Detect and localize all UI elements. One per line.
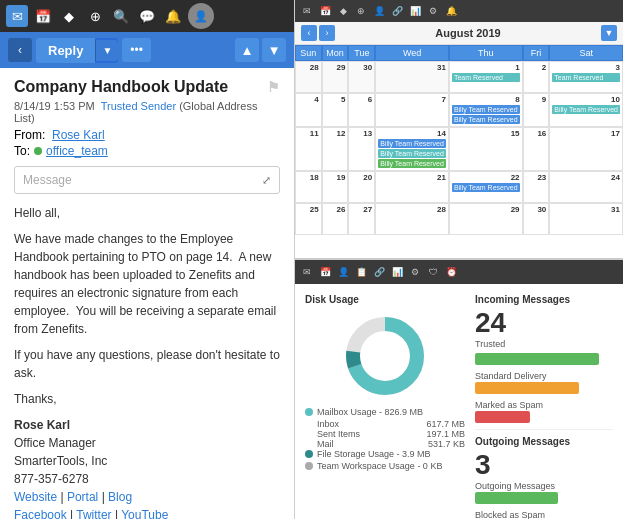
cal-day-9[interactable]: 9 — [523, 93, 550, 127]
trusted-sender-link[interactable]: Trusted Sender — [101, 100, 176, 112]
cal-day-17[interactable]: 17 — [549, 127, 623, 171]
cal-day-31[interactable]: 31 — [549, 203, 623, 235]
cal-day-13[interactable]: 13 — [348, 127, 375, 171]
calendar-header: ‹ › August 2019 ▼ — [295, 22, 623, 45]
contacts-icon[interactable]: ◆ — [58, 5, 80, 27]
cal-tool-5[interactable]: 👤 — [371, 3, 387, 19]
from-link[interactable]: Rose Karl — [52, 128, 105, 142]
message-compose-box[interactable]: Message ⤢ — [14, 166, 280, 194]
cal-day-30-prev[interactable]: 30 — [348, 61, 375, 93]
calendar-month: August 2019 — [435, 27, 500, 39]
cal-day-19[interactable]: 19 — [322, 171, 349, 203]
sig-phone: 877-357-6278 — [14, 470, 280, 488]
disk-usage-title: Disk Usage — [305, 294, 465, 305]
add-icon[interactable]: ⊕ — [84, 5, 106, 27]
cal-tool-6[interactable]: 🔗 — [389, 3, 405, 19]
to-link[interactable]: office_team — [46, 144, 108, 158]
stats-tool-5[interactable]: 🔗 — [371, 264, 387, 280]
from-line: From: Rose Karl — [14, 128, 280, 142]
standard-label: Standard Delivery — [475, 371, 613, 381]
cal-tool-2[interactable]: 📅 — [317, 3, 333, 19]
cal-day-7[interactable]: 7 — [375, 93, 449, 127]
cal-day-22[interactable]: 22Billy Team Reserved — [449, 171, 523, 203]
cal-day-10[interactable]: 10Billy Team Reserved — [549, 93, 623, 127]
cal-day-24[interactable]: 24 — [549, 171, 623, 203]
cal-day-26[interactable]: 26 — [322, 203, 349, 235]
cal-day-18[interactable]: 18 — [295, 171, 322, 203]
cal-day-5[interactable]: 5 — [322, 93, 349, 127]
cal-day-21[interactable]: 21 — [375, 171, 449, 203]
standard-bar-container — [475, 382, 613, 394]
portal-link[interactable]: Portal — [67, 490, 98, 504]
cal-day-4[interactable]: 4 — [295, 93, 322, 127]
reply-dropdown-button[interactable]: ▼ — [95, 40, 118, 61]
prev-email-button[interactable]: ▲ — [235, 38, 259, 62]
cal-day-25[interactable]: 25 — [295, 203, 322, 235]
cal-day-6[interactable]: 6 — [348, 93, 375, 127]
cal-day-12[interactable]: 12 — [322, 127, 349, 171]
stats-tool-3[interactable]: 👤 — [335, 264, 351, 280]
cal-day-23[interactable]: 23 — [523, 171, 550, 203]
cal-day-29-prev[interactable]: 29 — [322, 61, 349, 93]
cal-day-2[interactable]: 2 — [523, 61, 550, 93]
cal-day-11[interactable]: 11 — [295, 127, 322, 171]
website-link[interactable]: Website — [14, 490, 57, 504]
cal-day-29[interactable]: 29 — [449, 203, 523, 235]
cal-day-30[interactable]: 30 — [523, 203, 550, 235]
expand-icon[interactable]: ⤢ — [262, 174, 271, 187]
search-icon[interactable]: 🔍 — [110, 5, 132, 27]
back-button[interactable]: ‹ — [8, 38, 32, 62]
twitter-link[interactable]: Twitter — [76, 508, 111, 519]
blog-link[interactable]: Blog — [108, 490, 132, 504]
mail-icon[interactable]: ✉ — [6, 5, 28, 27]
cal-day-28[interactable]: 28 — [375, 203, 449, 235]
next-email-button[interactable]: ▼ — [262, 38, 286, 62]
cal-day-8[interactable]: 8Billy Team ReservedBilly Team Reserved — [449, 93, 523, 127]
facebook-link[interactable]: Facebook — [14, 508, 67, 519]
flag-icon[interactable]: ⚑ — [267, 79, 280, 95]
cal-prev-button[interactable]: ‹ — [301, 25, 317, 41]
cal-day-31-prev[interactable]: 31 — [375, 61, 449, 93]
bell-icon[interactable]: 🔔 — [162, 5, 184, 27]
avatar[interactable]: 👤 — [188, 3, 214, 29]
cal-tool-1[interactable]: ✉ — [299, 3, 315, 19]
mailbox-dot — [305, 408, 313, 416]
cal-day-28-prev[interactable]: 28 — [295, 61, 322, 93]
legend-mailbox: Mailbox Usage - 826.9 MB — [305, 407, 465, 417]
standard-bar — [475, 382, 579, 394]
cal-tool-4[interactable]: ⊕ — [353, 3, 369, 19]
day-thu: Thu — [449, 45, 523, 61]
cal-tool-9[interactable]: 🔔 — [443, 3, 459, 19]
more-button[interactable]: ••• — [122, 38, 151, 62]
chat-icon[interactable]: 💬 — [136, 5, 158, 27]
stats-tool-9[interactable]: ⏰ — [443, 264, 459, 280]
stats-tool-8[interactable]: 🛡 — [425, 264, 441, 280]
youtube-link[interactable]: YouTube — [121, 508, 168, 519]
cal-day-15[interactable]: 15 — [449, 127, 523, 171]
action-bar: ‹ Reply ▼ ••• ▲ ▼ — [0, 32, 294, 68]
cal-view-button[interactable]: ▼ — [601, 25, 617, 41]
cal-day-3[interactable]: 3Team Reserved — [549, 61, 623, 93]
cal-tool-3[interactable]: ◆ — [335, 3, 351, 19]
cal-tool-8[interactable]: ⚙ — [425, 3, 441, 19]
calendar-icon[interactable]: 📅 — [32, 5, 54, 27]
cal-day-20[interactable]: 20 — [348, 171, 375, 203]
calendar-toolbar: ✉ 📅 ◆ ⊕ 👤 🔗 📊 ⚙ 🔔 — [295, 0, 623, 22]
disk-legend: Mailbox Usage - 826.9 MB Inbox617.7 MB S… — [305, 407, 465, 473]
stats-tool-4[interactable]: 📋 — [353, 264, 369, 280]
spam-label: Marked as Spam — [475, 400, 613, 410]
stats-content: Disk Usage Mailbox Usage - 826.9 MB — [295, 284, 623, 519]
cal-next-button[interactable]: › — [319, 25, 335, 41]
cal-day-16[interactable]: 16 — [523, 127, 550, 171]
cal-tool-7[interactable]: 📊 — [407, 3, 423, 19]
cal-day-27[interactable]: 27 — [348, 203, 375, 235]
stats-tool-7[interactable]: ⚙ — [407, 264, 423, 280]
reply-button[interactable]: Reply — [36, 38, 95, 63]
email-content: Company Handbook Update ⚑ 8/14/19 1:53 P… — [0, 68, 294, 519]
stats-tool-1[interactable]: ✉ — [299, 264, 315, 280]
stats-tool-6[interactable]: 📊 — [389, 264, 405, 280]
trusted-bar — [475, 353, 599, 365]
stats-tool-2[interactable]: 📅 — [317, 264, 333, 280]
cal-day-14[interactable]: 14Billy Team ReservedBilly Team Reserved… — [375, 127, 449, 171]
cal-day-1[interactable]: 1Team Reserved — [449, 61, 523, 93]
